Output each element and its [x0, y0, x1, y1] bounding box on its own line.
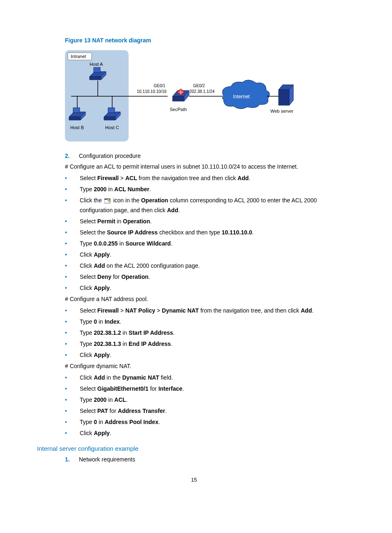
- bullet-dot: •: [65, 228, 70, 237]
- bullet-dot: •: [65, 262, 70, 270]
- diagram-webserver-label: Web server: [270, 109, 293, 114]
- svg-marker-3: [90, 76, 101, 80]
- step-text: Configuration procedure: [79, 153, 141, 159]
- bullet-dot: •: [65, 174, 70, 183]
- diagram-hostC-label: Host C: [105, 125, 119, 130]
- bullet-dot: •: [65, 329, 70, 337]
- step-text: Network requirements: [79, 456, 135, 463]
- svg-marker-9: [69, 117, 81, 120]
- svg-marker-19: [173, 96, 184, 101]
- step-number: 1.: [65, 456, 71, 463]
- bullet-dot: •: [65, 273, 70, 281]
- bullet-dot: •: [65, 317, 70, 326]
- bullet-dot: •: [65, 340, 70, 348]
- hash-comment-1: # Configure an ACL to permit internal us…: [65, 163, 351, 170]
- svg-marker-25: [279, 90, 289, 105]
- step-1b: 1. Network requirements: [65, 456, 351, 463]
- list-item: •Type 0 in Index.: [65, 317, 351, 326]
- list-item: •Select Firewall > ACL from the navigati…: [65, 174, 351, 183]
- diagram-ge02-ip: 202.38.1.1/24: [189, 89, 215, 94]
- list-item: •Type 0 in Address Pool Index.: [65, 418, 351, 426]
- internet-cloud: Internet: [222, 80, 270, 109]
- diagram-hostB-label: Host B: [70, 125, 84, 130]
- list-item: •Select Firewall > NAT Policy > Dynamic …: [65, 306, 351, 315]
- list-item: •Select the Source IP Address checkbox a…: [65, 228, 351, 237]
- bullet-dot: •: [65, 196, 70, 205]
- figure-caption: Figure 13 NAT network diagram: [65, 37, 351, 44]
- diagram-hostA-label: Host A: [90, 62, 103, 67]
- svg-rect-16: [108, 108, 115, 113]
- list-item: •Select Deny for Operation.: [65, 273, 351, 281]
- diagram-secpath-label: SecPath: [170, 107, 187, 112]
- network-diagram: Intranet Host A Host B: [65, 47, 351, 143]
- bullet-dot: •: [65, 284, 70, 292]
- list-item: •Click Apply.: [65, 351, 351, 359]
- bullet-dot: •: [65, 429, 70, 438]
- list-item: •Select GigabitEthernet0/1 for Interface…: [65, 385, 351, 393]
- diagram-ge01: GE0/1: [154, 83, 166, 88]
- list-item: •Click Add in the Dynamic NAT field.: [65, 373, 351, 382]
- step-number: 2.: [65, 153, 71, 159]
- list-item: •Click Apply.: [65, 429, 351, 438]
- list-item: •Click Apply.: [65, 284, 351, 292]
- bullet-dot: •: [65, 407, 70, 415]
- list-item: •Type 0.0.0.255 in Source Wildcard.: [65, 239, 351, 248]
- page-number: 15: [37, 477, 351, 483]
- edit-acl-icon: [104, 197, 111, 206]
- list-item: •Select Permit in Operation.: [65, 217, 351, 226]
- bullet-dot: •: [65, 239, 70, 248]
- svg-rect-5: [94, 67, 100, 72]
- list-item: •Click Add on the ACL 2000 configuration…: [65, 262, 351, 270]
- bullet-list-3: •Click Add in the Dynamic NAT field. •Se…: [65, 373, 351, 438]
- diagram-internet-label: Internet: [233, 94, 250, 100]
- bullet-list-1: •Select Firewall > ACL from the navigati…: [65, 174, 351, 292]
- diagram-intranet-label: Intranet: [71, 54, 86, 59]
- list-item: •Click Apply.: [65, 250, 351, 259]
- bullet-dot: •: [65, 373, 70, 382]
- section-heading: Internal server configuration example: [37, 445, 351, 452]
- bullet-dot: •: [65, 185, 70, 194]
- list-item: •Type 2000 in ACL.: [65, 396, 351, 404]
- bullet-dot: •: [65, 217, 70, 226]
- bullet-dot: •: [65, 396, 70, 404]
- bullet-dot: •: [65, 418, 70, 426]
- bullet-dot: •: [65, 385, 70, 393]
- svg-rect-11: [73, 108, 80, 113]
- hash-comment-2: # Configure a NAT address pool.: [65, 296, 351, 302]
- bullet-dot: •: [65, 351, 70, 359]
- bullet-dot: •: [65, 250, 70, 259]
- list-item: •Type 202.38.1.3 in End IP Address.: [65, 340, 351, 348]
- diagram-ge02: GE0/2: [193, 83, 205, 88]
- list-item: •Type 2000 in ACL Number.: [65, 185, 351, 194]
- bullet-list-2: •Select Firewall > NAT Policy > Dynamic …: [65, 306, 351, 359]
- svg-marker-14: [104, 117, 115, 120]
- hash-comment-3: # Configure dynamic NAT.: [65, 363, 351, 369]
- bullet-dot: •: [65, 306, 70, 315]
- secpath-icon: [173, 89, 189, 101]
- list-item: •Click the icon in the Operation column …: [65, 196, 351, 215]
- diagram-ge01-ip: 10.110.10.10/16: [137, 89, 167, 94]
- step-2: 2. Configuration procedure: [65, 153, 351, 159]
- list-item: •Select PAT for Address Transfer.: [65, 407, 351, 415]
- list-item: •Type 202.38.1.2 in Start IP Address.: [65, 329, 351, 337]
- document-page: Figure 13 NAT network diagram Intranet H…: [0, 0, 392, 499]
- webserver-icon: [279, 85, 293, 105]
